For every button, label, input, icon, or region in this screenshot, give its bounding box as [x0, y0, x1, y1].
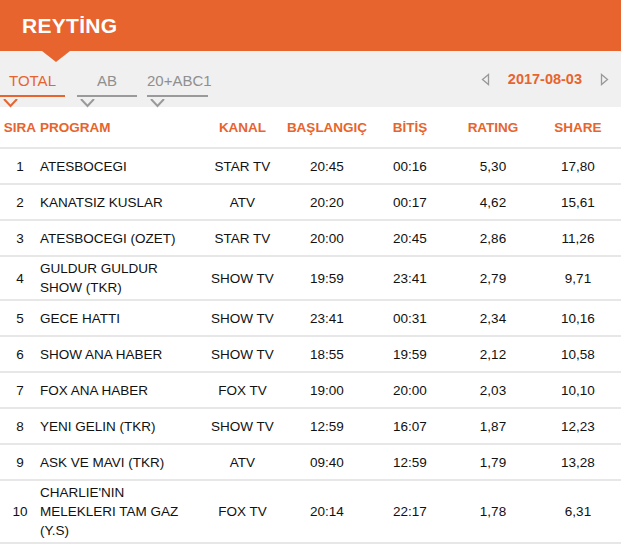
program-cell: ATESBOCEGI (OZET) [40, 229, 200, 248]
rating-cell: 4,62 [451, 195, 535, 210]
title-pointer-icon [42, 51, 70, 62]
end-cell: 23:41 [369, 271, 451, 286]
channel-cell: SHOW TV [200, 311, 285, 326]
share-cell: 12,23 [535, 419, 621, 434]
table-row: 9 ASK VE MAVI (TKR) ATV 09:40 12:59 1,79… [0, 443, 621, 479]
end-cell: 16:07 [369, 419, 451, 434]
column-header-program: PROGRAM [40, 118, 200, 137]
rank-cell: 1 [0, 159, 40, 174]
rating-cell: 2,86 [451, 231, 535, 246]
column-header-kanal: KANAL [200, 120, 285, 135]
channel-cell: STAR TV [200, 231, 285, 246]
tab-notch-icon [150, 94, 165, 111]
table-bottom-divider [0, 542, 621, 547]
column-header-sira: SIRA [0, 120, 40, 135]
start-cell: 18:55 [285, 347, 369, 362]
channel-cell: SHOW TV [200, 347, 285, 362]
column-header-rating: RATING [451, 120, 535, 135]
table-row: 8 YENI GELIN (TKR) SHOW TV 12:59 16:07 1… [0, 407, 621, 443]
start-cell: 20:20 [285, 195, 369, 210]
channel-cell: FOX TV [200, 383, 285, 398]
tab-total-label: TOTAL [9, 72, 56, 89]
channel-cell: SHOW TV [200, 419, 285, 434]
rating-cell: 5,30 [451, 159, 535, 174]
start-cell: 19:59 [285, 271, 369, 286]
rank-cell: 6 [0, 347, 40, 362]
rating-cell: 1,78 [451, 504, 535, 519]
rating-cell: 1,79 [451, 455, 535, 470]
share-cell: 10,10 [535, 383, 621, 398]
tab-strip: TOTAL AB 20+ABC1 2017-08-03 [0, 51, 621, 107]
rating-cell: 2,03 [451, 383, 535, 398]
tab-ab[interactable]: AB [77, 72, 137, 97]
end-cell: 19:59 [369, 347, 451, 362]
end-cell: 20:45 [369, 231, 451, 246]
table-row: 3 ATESBOCEGI (OZET) STAR TV 20:00 20:45 … [0, 219, 621, 255]
program-cell: SHOW ANA HABER [40, 345, 200, 364]
start-cell: 23:41 [285, 311, 369, 326]
table-row: 6 SHOW ANA HABER SHOW TV 18:55 19:59 2,1… [0, 335, 621, 371]
table-row: 4 GULDUR GULDUR SHOW (TKR) SHOW TV 19:59… [0, 255, 621, 299]
share-cell: 10,58 [535, 347, 621, 362]
table-row: 1 ATESBOCEGI STAR TV 20:45 00:16 5,30 17… [0, 147, 621, 183]
rating-cell: 1,87 [451, 419, 535, 434]
program-cell: ATESBOCEGI [40, 157, 200, 176]
program-cell: GULDUR GULDUR SHOW (TKR) [40, 259, 200, 297]
chevron-right-icon[interactable] [598, 71, 612, 88]
rank-cell: 10 [0, 504, 40, 519]
channel-cell: STAR TV [200, 159, 285, 174]
end-cell: 00:16 [369, 159, 451, 174]
ratings-table: SIRA PROGRAM KANAL BAŞLANGIÇ BİTİŞ RATIN… [0, 107, 621, 547]
share-cell: 17,80 [535, 159, 621, 174]
share-cell: 6,31 [535, 504, 621, 519]
rank-cell: 2 [0, 195, 40, 210]
rating-cell: 2,34 [451, 311, 535, 326]
rank-cell: 5 [0, 311, 40, 326]
program-cell: KANATSIZ KUSLAR [40, 193, 200, 212]
end-cell: 00:17 [369, 195, 451, 210]
rating-cell: 2,79 [451, 271, 535, 286]
date-navigation: 2017-08-03 [478, 51, 612, 107]
start-cell: 20:45 [285, 159, 369, 174]
start-cell: 09:40 [285, 455, 369, 470]
channel-cell: FOX TV [200, 504, 285, 519]
table-row: 7 FOX ANA HABER FOX TV 19:00 20:00 2,03 … [0, 371, 621, 407]
reyting-panel: REYTİNG TOTAL AB 20+ABC1 2017-08-03 [0, 0, 621, 547]
column-header-bitis: BİTİŞ [369, 120, 451, 135]
tab-notch-icon [3, 94, 18, 111]
rank-cell: 8 [0, 419, 40, 434]
title-bar: REYTİNG [0, 0, 621, 51]
end-cell: 22:17 [369, 504, 451, 519]
column-header-share: SHARE [535, 120, 621, 135]
program-cell: GECE HATTI [40, 309, 200, 328]
tab-ab-label: AB [97, 72, 117, 89]
end-cell: 20:00 [369, 383, 451, 398]
program-cell: FOX ANA HABER [40, 381, 200, 400]
channel-cell: SHOW TV [200, 271, 285, 286]
table-row: 5 GECE HATTI SHOW TV 23:41 00:31 2,34 10… [0, 299, 621, 335]
chevron-left-icon[interactable] [478, 71, 492, 88]
start-cell: 12:59 [285, 419, 369, 434]
rank-cell: 9 [0, 455, 40, 470]
end-cell: 00:31 [369, 311, 451, 326]
start-cell: 20:14 [285, 504, 369, 519]
channel-cell: ATV [200, 195, 285, 210]
page-title: REYTİNG [22, 14, 117, 38]
tab-20-abc1[interactable]: 20+ABC1 [147, 72, 208, 97]
tab-total[interactable]: TOTAL [0, 72, 65, 97]
table-header-row: SIRA PROGRAM KANAL BAŞLANGIÇ BİTİŞ RATIN… [0, 107, 621, 147]
end-cell: 12:59 [369, 455, 451, 470]
share-cell: 9,71 [535, 271, 621, 286]
table-row: 2 KANATSIZ KUSLAR ATV 20:20 00:17 4,62 1… [0, 183, 621, 219]
current-date: 2017-08-03 [508, 71, 582, 87]
rank-cell: 7 [0, 383, 40, 398]
column-header-baslangic: BAŞLANGIÇ [285, 120, 369, 135]
share-cell: 11,26 [535, 231, 621, 246]
table-row: 10 CHARLIE'NIN MELEKLERI TAM GAZ (Y.S) F… [0, 479, 621, 542]
program-cell: ASK VE MAVI (TKR) [40, 453, 200, 472]
rank-cell: 3 [0, 231, 40, 246]
tab-20-abc1-label: 20+ABC1 [147, 72, 212, 89]
channel-cell: ATV [200, 455, 285, 470]
rating-cell: 2,12 [451, 347, 535, 362]
program-cell: YENI GELIN (TKR) [40, 417, 200, 436]
